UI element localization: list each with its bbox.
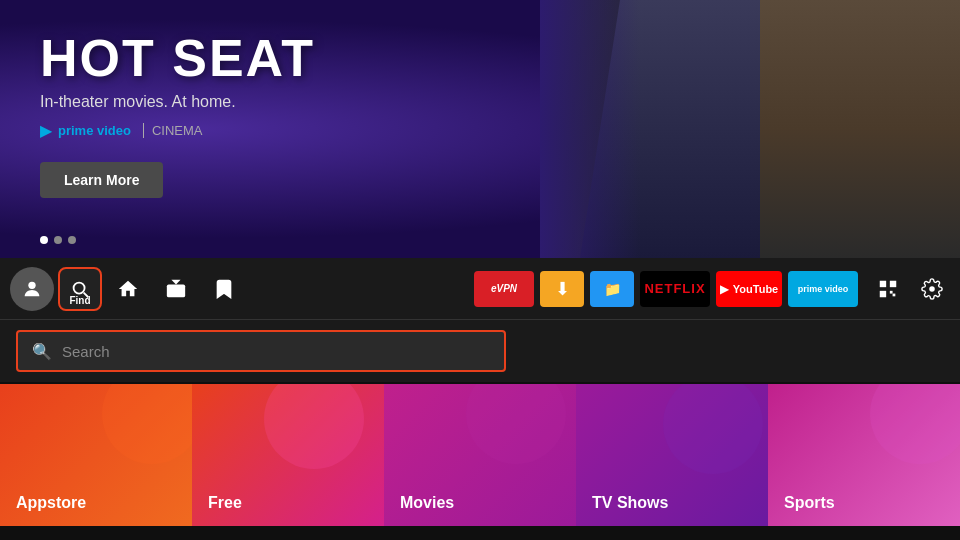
svg-point-1	[74, 282, 85, 293]
downloader-icon: ⬇	[555, 278, 570, 300]
hero-banner: HOT SEAT In-theater movies. At home. ▶ p…	[0, 0, 960, 258]
hero-content: HOT SEAT In-theater movies. At home. ▶ p…	[40, 30, 315, 198]
learn-more-button[interactable]: Learn More	[40, 162, 163, 198]
hero-dots	[40, 236, 76, 244]
hero-movie-art	[540, 0, 960, 258]
sports-label: Sports	[784, 494, 835, 512]
category-grid: Appstore Free Movies TV Shows Sports	[0, 384, 960, 526]
hero-image-bg	[540, 0, 960, 258]
youtube-app[interactable]: ▶ YouTube	[716, 271, 782, 307]
bookmark-icon[interactable]	[202, 267, 246, 311]
cinema-label: CINEMA	[143, 123, 203, 138]
expressvpn-label: eVPN	[491, 283, 517, 294]
youtube-label: YouTube	[733, 283, 778, 295]
search-placeholder: Search	[62, 343, 110, 360]
prime-video-app[interactable]: prime video	[788, 271, 858, 307]
free-circle	[264, 384, 364, 469]
svg-rect-5	[890, 280, 896, 286]
svg-rect-6	[880, 290, 886, 296]
character-2	[760, 0, 960, 258]
profile-icon[interactable]	[10, 267, 54, 311]
filemanager-app[interactable]: 📁	[590, 271, 634, 307]
search-input-icon: 🔍	[32, 342, 52, 361]
svg-rect-3	[167, 284, 185, 297]
home-icon[interactable]	[106, 267, 150, 311]
hero-brand: ▶ prime video CINEMA	[40, 121, 315, 140]
settings-icon[interactable]	[914, 271, 950, 307]
prime-arrow-icon: ▶	[40, 121, 52, 140]
category-free[interactable]: Free	[192, 384, 384, 526]
find-label: Find	[69, 295, 90, 306]
youtube-play-icon: ▶	[720, 282, 729, 296]
app-shortcuts: eVPN ⬇ 📁 NETFLIX ▶ YouTube prime video	[474, 271, 858, 307]
category-appstore[interactable]: Appstore	[0, 384, 192, 526]
hero-title: HOT SEAT	[40, 30, 315, 87]
movies-circle	[466, 384, 566, 464]
search-container: 🔍 Search	[0, 320, 960, 382]
search-box[interactable]: 🔍 Search	[16, 330, 506, 372]
appstore-circle	[102, 384, 192, 464]
live-tv-icon[interactable]	[154, 267, 198, 311]
netflix-app[interactable]: NETFLIX	[640, 271, 710, 307]
dot-3[interactable]	[68, 236, 76, 244]
prime-video-label: prime video	[798, 284, 849, 294]
svg-rect-8	[890, 290, 893, 293]
tvshows-circle	[663, 384, 763, 474]
nav-right-icons	[870, 271, 950, 307]
dot-1[interactable]	[40, 236, 48, 244]
sports-circle	[870, 384, 960, 464]
downloader-app[interactable]: ⬇	[540, 271, 584, 307]
free-label: Free	[208, 494, 242, 512]
category-sports[interactable]: Sports	[768, 384, 960, 526]
movies-label: Movies	[400, 494, 454, 512]
prime-video-text: prime video	[58, 123, 131, 138]
navbar: Find eVPN ⬇ 📁 NETFLIX ▶ YouTub	[0, 258, 960, 320]
character-1	[580, 0, 780, 258]
appstore-label: Appstore	[16, 494, 86, 512]
category-tvshows[interactable]: TV Shows	[576, 384, 768, 526]
dot-2[interactable]	[54, 236, 62, 244]
prime-video-logo: ▶ prime video	[40, 121, 131, 140]
apps-grid-icon[interactable]	[870, 271, 906, 307]
svg-rect-7	[893, 293, 896, 296]
filemanager-icon: 📁	[604, 281, 621, 297]
svg-rect-4	[880, 280, 886, 286]
svg-point-0	[28, 281, 35, 288]
hero-subtitle: In-theater movies. At home.	[40, 93, 315, 111]
tvshows-label: TV Shows	[592, 494, 668, 512]
netflix-label: NETFLIX	[644, 281, 705, 296]
category-movies[interactable]: Movies	[384, 384, 576, 526]
expressvpn-app[interactable]: eVPN	[474, 271, 534, 307]
find-button[interactable]: Find	[58, 267, 102, 311]
